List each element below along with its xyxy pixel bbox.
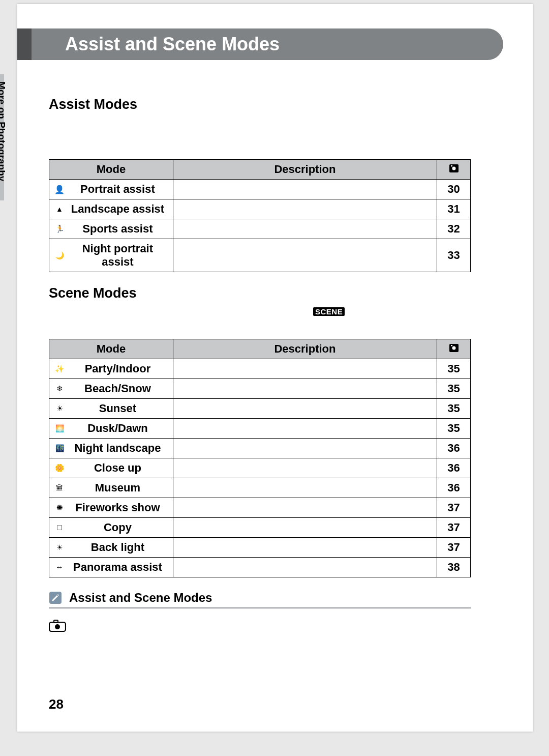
- table-row: Panorama assist 38: [49, 558, 471, 577]
- svg-rect-5: [451, 345, 452, 346]
- copy-icon: [53, 522, 66, 533]
- museum-icon: [53, 483, 66, 493]
- svg-point-1: [452, 166, 455, 170]
- mode-label: Night landscape: [74, 442, 161, 454]
- mode-label: Museum: [95, 481, 140, 494]
- mode-description: [173, 558, 437, 577]
- note-title: Assist and Scene Modes: [69, 591, 212, 605]
- table-header-row: Mode Description: [49, 160, 471, 180]
- scene-badge: SCENE: [313, 307, 345, 316]
- scene-intro: SCENE: [49, 306, 498, 318]
- mode-label: Panorama assist: [73, 561, 162, 573]
- sunset-icon: [53, 403, 66, 414]
- fireworks-show-icon: [53, 503, 66, 513]
- scene-heading: Scene Modes: [49, 285, 498, 301]
- manual-page: Assist and Scene Modes More on Photograp…: [17, 4, 533, 732]
- mode-page: 37: [437, 498, 471, 518]
- beach-snow-icon: [53, 384, 66, 394]
- col-mode: Mode: [49, 339, 173, 359]
- mode-description: [173, 458, 437, 478]
- svg-rect-9: [54, 620, 58, 623]
- mode-page: 35: [437, 379, 471, 399]
- section-side-label: More on Photography: [0, 81, 7, 183]
- table-row: Dusk/Dawn 35: [49, 419, 471, 439]
- note-body: [49, 618, 472, 635]
- mode-description: [173, 359, 437, 379]
- table-row: Landscape assist 31: [49, 199, 471, 219]
- mode-label: Fireworks show: [75, 501, 160, 514]
- col-page: [437, 160, 471, 180]
- table-row: Sunset 35: [49, 399, 471, 419]
- mode-page: 38: [437, 558, 471, 577]
- note-heading: Assist and Scene Modes: [49, 591, 498, 605]
- table-row: Museum 36: [49, 478, 471, 498]
- night-portrait-assist-icon: [53, 250, 66, 260]
- mode-page: 36: [437, 439, 471, 458]
- mode-label: Landscape assist: [71, 202, 164, 215]
- sports-assist-icon: [53, 224, 66, 234]
- table-row: Beach/Snow 35: [49, 379, 471, 399]
- mode-description: [173, 478, 437, 498]
- mode-label: Portrait assist: [80, 183, 155, 195]
- mode-page: 33: [437, 239, 471, 272]
- mode-page: 35: [437, 399, 471, 419]
- mode-label: Night portrait assist: [82, 242, 153, 268]
- page-ref-icon: [449, 343, 459, 353]
- page-title-pill: Assist and Scene Modes: [17, 28, 503, 60]
- mode-page: 36: [437, 458, 471, 478]
- assist-table: Mode Description Portrait assist 30 Land…: [49, 159, 471, 272]
- mode-description: [173, 439, 437, 458]
- note-pencil-icon: [49, 591, 62, 604]
- table-row: Close up 36: [49, 458, 471, 478]
- assist-heading: Assist Modes: [49, 97, 498, 112]
- landscape-assist-icon: [53, 204, 66, 214]
- mode-page: 32: [437, 219, 471, 239]
- party-indoor-icon: [53, 364, 66, 374]
- close-up-icon: [53, 463, 66, 473]
- portrait-assist-icon: [53, 184, 66, 194]
- mode-description: [173, 399, 437, 419]
- mode-description: [173, 180, 437, 199]
- mode-description: [173, 498, 437, 518]
- table-row: Night landscape 36: [49, 439, 471, 458]
- col-page: [437, 339, 471, 359]
- mode-description: [173, 419, 437, 439]
- mode-description: [173, 538, 437, 558]
- mode-page: 30: [437, 180, 471, 199]
- table-header-row: Mode Description: [49, 339, 471, 359]
- col-description: Description: [173, 339, 437, 359]
- mode-label: Beach/Snow: [84, 382, 151, 395]
- mode-page: 35: [437, 359, 471, 379]
- back-light-icon: [53, 542, 66, 553]
- scene-table: Mode Description Party/Indoor 35 Beach/S…: [49, 339, 471, 577]
- table-row: Back light 37: [49, 538, 471, 558]
- mode-page: 36: [437, 478, 471, 498]
- page-title-accent: [17, 28, 32, 60]
- table-row: Night portrait assist 33: [49, 239, 471, 272]
- svg-point-8: [55, 624, 60, 629]
- note-divider: [49, 607, 471, 609]
- table-row: Fireworks show 37: [49, 498, 471, 518]
- table-row: Sports assist 32: [49, 219, 471, 239]
- mode-page: 35: [437, 419, 471, 439]
- mode-label: Back light: [91, 541, 144, 554]
- table-row: Portrait assist 30: [49, 180, 471, 199]
- svg-point-4: [452, 346, 455, 350]
- page-title-banner: Assist and Scene Modes: [46, 28, 498, 61]
- table-row: Party/Indoor 35: [49, 359, 471, 379]
- mode-label: Sunset: [99, 402, 136, 415]
- col-description: Description: [173, 160, 437, 180]
- page-number: 28: [49, 696, 64, 712]
- col-mode: Mode: [49, 160, 173, 180]
- auto-mode-camera-icon: [49, 620, 66, 635]
- page-title: Assist and Scene Modes: [65, 34, 280, 55]
- table-row: Copy 37: [49, 518, 471, 538]
- mode-description: [173, 199, 437, 219]
- mode-description: [173, 219, 437, 239]
- mode-description: [173, 239, 437, 272]
- night-landscape-icon: [53, 443, 66, 453]
- mode-description: [173, 379, 437, 399]
- mode-page: 37: [437, 518, 471, 538]
- note-block: Assist and Scene Modes: [49, 591, 498, 635]
- mode-page: 31: [437, 199, 471, 219]
